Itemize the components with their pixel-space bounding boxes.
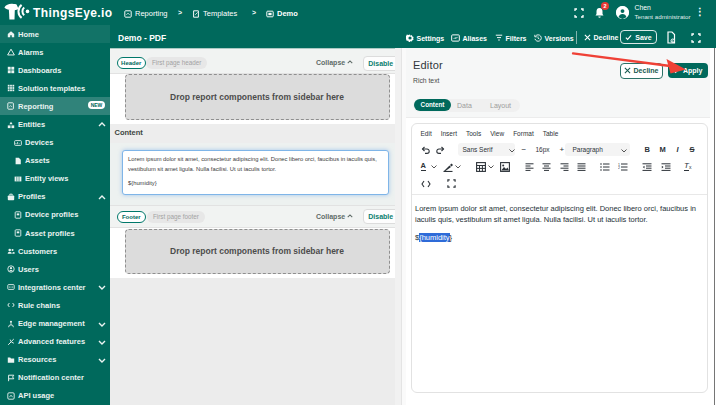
svg-text:2: 2 bbox=[618, 165, 620, 169]
